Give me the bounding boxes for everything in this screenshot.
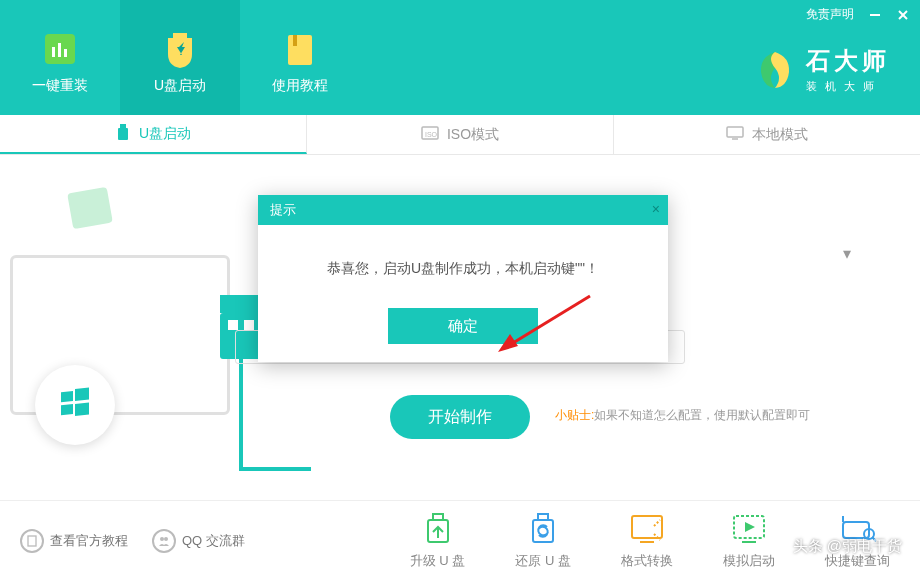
action-label: 还原 U 盘: [515, 552, 571, 570]
svg-rect-4: [173, 33, 187, 38]
header: 一键重装 U盘启动 使用教程 免责声明 石大师 装机大师: [0, 0, 920, 115]
usb-icon: [115, 123, 131, 144]
svg-rect-18: [61, 404, 73, 415]
modal-header: 提示 ×: [258, 195, 668, 225]
watermark: 头条 @弱电干货: [793, 537, 902, 556]
svg-rect-16: [61, 391, 73, 402]
book-icon: [280, 29, 320, 69]
svg-rect-22: [228, 320, 238, 330]
link-label: 查看官方教程: [50, 532, 128, 550]
nav-label: 一键重装: [32, 77, 88, 95]
tab-local[interactable]: 本地模式: [614, 115, 920, 154]
modal-title: 提示: [270, 201, 296, 219]
svg-point-25: [160, 537, 164, 541]
start-button[interactable]: 开始制作: [390, 395, 530, 439]
modal-close-button[interactable]: ×: [652, 201, 660, 217]
action-icon: [730, 512, 768, 546]
official-tutorial-link[interactable]: 查看官方教程: [20, 529, 128, 553]
tab-label: 本地模式: [752, 126, 808, 144]
svg-rect-3: [64, 49, 67, 57]
tab-usb-boot[interactable]: U盘启动: [0, 115, 307, 154]
brand-subtitle: 装机大师: [806, 79, 890, 94]
svg-rect-30: [533, 520, 553, 542]
nav-label: 使用教程: [272, 77, 328, 95]
usb-shield-icon: [160, 29, 200, 69]
svg-rect-6: [293, 35, 297, 46]
nav-reinstall[interactable]: 一键重装: [0, 0, 120, 115]
disclaimer-link[interactable]: 免责声明: [806, 6, 854, 23]
annotation-arrow-icon: [490, 290, 600, 360]
svg-rect-17: [75, 387, 89, 400]
qq-group-link[interactable]: QQ 交流群: [152, 529, 245, 553]
tip-text: 小贴士:如果不知道怎么配置，使用默认配置即可: [555, 407, 810, 424]
svg-rect-19: [75, 402, 89, 415]
svg-rect-31: [632, 516, 662, 538]
svg-rect-23: [244, 320, 254, 330]
mode-tabs: U盘启动 ISO ISO模式 本地模式: [0, 115, 920, 155]
action-2[interactable]: 格式转换: [621, 512, 673, 570]
action-label: 格式转换: [621, 552, 673, 570]
iso-icon: ISO: [421, 125, 439, 144]
svg-text:ISO: ISO: [425, 131, 438, 138]
svg-rect-14: [727, 127, 743, 137]
decor-tile: [67, 187, 113, 229]
action-3[interactable]: 模拟启动: [723, 512, 775, 570]
minimize-button[interactable]: [868, 8, 882, 22]
monitor-icon: [726, 125, 744, 144]
modal-message: 恭喜您，启动U盘制作成功，本机启动键""！: [258, 225, 668, 308]
success-modal: 提示 × 恭喜您，启动U盘制作成功，本机启动键""！ 确定: [258, 195, 668, 362]
svg-rect-1: [52, 47, 55, 57]
action-label: 模拟启动: [723, 552, 775, 570]
svg-rect-11: [118, 128, 128, 140]
nav-label: U盘启动: [154, 77, 206, 95]
svg-point-26: [164, 537, 168, 541]
tip-content: 如果不知道怎么配置，使用默认配置即可: [594, 408, 810, 422]
svg-rect-2: [58, 43, 61, 57]
brand-logo-icon: [754, 49, 796, 91]
tab-label: ISO模式: [447, 126, 499, 144]
action-0[interactable]: 升级 U 盘: [410, 512, 466, 570]
brand: 石大师 装机大师: [754, 45, 890, 94]
action-icon: [419, 512, 457, 546]
svg-rect-5: [288, 35, 312, 65]
svg-line-40: [508, 296, 590, 346]
action-1[interactable]: 还原 U 盘: [515, 512, 571, 570]
svg-rect-10: [120, 124, 126, 128]
footer: 查看官方教程 QQ 交流群 升级 U 盘还原 U 盘格式转换模拟启动快捷键查询: [0, 500, 920, 580]
nav-usb-boot[interactable]: U盘启动: [120, 0, 240, 115]
action-icon: [628, 512, 666, 546]
window-controls: 免责声明: [806, 6, 910, 23]
windows-badge: [35, 365, 115, 445]
tip-label: 小贴士:: [555, 408, 594, 422]
brand-title: 石大师: [806, 45, 890, 77]
svg-rect-20: [220, 295, 262, 313]
tab-iso[interactable]: ISO ISO模式: [307, 115, 614, 154]
svg-rect-24: [28, 536, 36, 546]
dropdown-caret-icon[interactable]: ▾: [834, 240, 860, 266]
book-small-icon: [20, 529, 44, 553]
people-icon: [152, 529, 176, 553]
close-button[interactable]: [896, 8, 910, 22]
svg-marker-41: [498, 334, 518, 352]
action-icon: [524, 512, 562, 546]
link-label: QQ 交流群: [182, 532, 245, 550]
nav-tutorial[interactable]: 使用教程: [240, 0, 360, 115]
bar-chart-icon: [40, 29, 80, 69]
svg-marker-34: [745, 522, 755, 532]
tab-label: U盘启动: [139, 125, 191, 143]
action-label: 升级 U 盘: [410, 552, 466, 570]
